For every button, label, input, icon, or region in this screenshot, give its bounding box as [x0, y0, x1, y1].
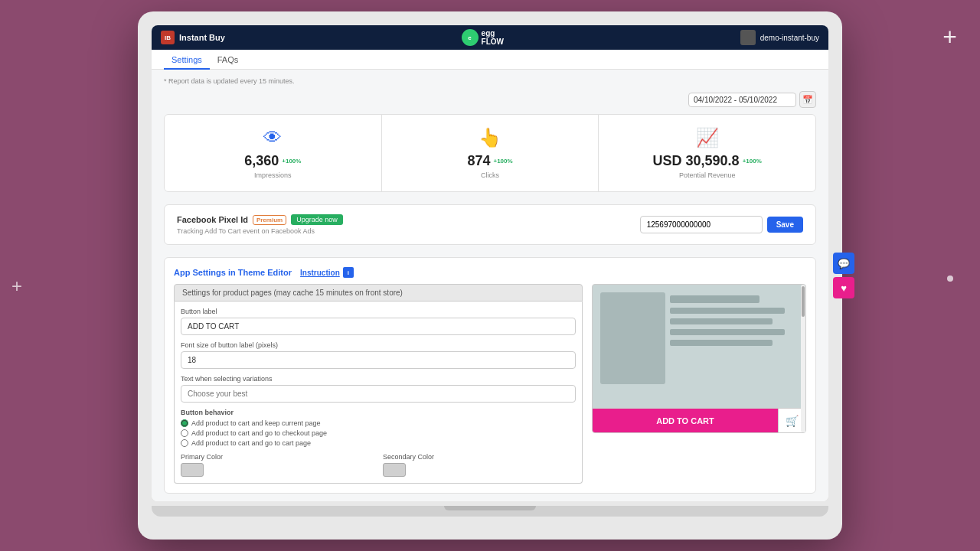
decorative-plus-left-icon: + — [11, 276, 22, 297]
preview-scroll-thumb — [802, 286, 805, 317]
font-size-group: Font size of button label (pixels) — [181, 341, 576, 369]
heart-float-button[interactable]: ♥ — [833, 277, 854, 298]
cart-icon: 🛒 — [786, 415, 799, 427]
preview-inner: ADD TO CART 🛒 — [593, 285, 805, 432]
fb-pixel-right: Save — [640, 216, 803, 233]
button-label-label: Button label — [181, 308, 576, 315]
radio-checkout[interactable]: Add product to cart and go to checkout p… — [181, 429, 576, 437]
radio-cart-page-input[interactable] — [181, 439, 188, 447]
laptop-base — [152, 506, 828, 517]
decorative-plus-icon: + — [942, 23, 957, 51]
preview-line-2 — [670, 308, 785, 314]
user-avatar — [740, 30, 756, 45]
stat-card-clicks: 👆 874 +100% Clicks — [382, 115, 599, 191]
impressions-label: Impressions — [174, 171, 372, 179]
impressions-icon: 👁 — [174, 127, 372, 148]
font-size-input[interactable] — [181, 351, 576, 369]
info-icon[interactable]: i — [343, 267, 354, 278]
tab-faqs[interactable]: FAQs — [210, 50, 247, 70]
radio-cart-page[interactable]: Add product to cart and go to cart page — [181, 439, 576, 447]
fb-pixel-description: Tracking Add To Cart event on Facebook A… — [177, 227, 343, 235]
primary-color-swatch[interactable] — [181, 463, 204, 477]
preview-line-4 — [670, 329, 785, 335]
button-label-group: Button label — [181, 308, 576, 335]
revenue-badge: +100% — [743, 158, 762, 165]
preview-line-3 — [670, 318, 773, 324]
preview-bottom-bar: ADD TO CART 🛒 — [593, 408, 805, 432]
instruction-link[interactable]: Instruction — [300, 269, 340, 277]
report-notice: * Report data is updated every 15 minute… — [164, 77, 816, 85]
date-range-row: 📅 — [164, 91, 816, 108]
primary-color-group: Primary Color — [181, 453, 374, 477]
floating-buttons: 💬 ♥ — [833, 253, 854, 298]
stat-card-revenue: 📈 USD 30,590.8 +100% Potential Revenue — [599, 115, 815, 191]
fb-pixel-id-input[interactable] — [640, 216, 763, 233]
variation-text-input[interactable] — [181, 385, 576, 403]
preview-add-to-cart-button[interactable]: ADD TO CART — [593, 409, 778, 432]
laptop-frame: IB Instant Buy e egg FLOW demo-instant-b… — [138, 11, 842, 540]
eggflow-logo: e egg FLOW — [462, 29, 504, 46]
variation-text-group: Text when selecting variations — [181, 375, 576, 403]
form-section: Button label Font size of button label (… — [174, 302, 583, 484]
main-content: * Report data is updated every 15 minute… — [152, 70, 828, 501]
egg-icon: e — [462, 29, 479, 46]
radio-checkout-input[interactable] — [181, 429, 188, 437]
primary-color-label: Primary Color — [181, 453, 374, 461]
topbar-right: demo-instant-buy — [740, 30, 819, 45]
clicks-label: Clicks — [391, 171, 590, 179]
upgrade-button[interactable]: Upgrade now — [291, 214, 343, 225]
topbar-center-logo: e egg FLOW — [462, 29, 504, 46]
preview-product-image — [600, 292, 665, 384]
colors-row: Primary Color Secondary Color — [181, 453, 576, 477]
fb-pixel-left: Facebook Pixel Id Premium Upgrade now Tr… — [177, 214, 343, 235]
button-behavior-group: Button behavior Add product to cart and … — [181, 409, 576, 447]
product-pages-header: Settings for product pages (may cache 15… — [174, 284, 583, 302]
radio-keep-page-input[interactable] — [181, 419, 188, 427]
radio-keep-page[interactable]: Add product to cart and keep current pag… — [181, 419, 576, 427]
instant-buy-icon: IB — [161, 31, 175, 44]
stats-row: 👁 6,360 +100% Impressions 👆 874 +100% Cl… — [164, 114, 816, 192]
impressions-value: 6,360 +100% — [174, 153, 372, 169]
settings-form: Settings for product pages (may cache 15… — [174, 284, 583, 484]
topbar-brand-label: Instant Buy — [179, 33, 225, 42]
variation-text-label: Text when selecting variations — [181, 375, 576, 383]
stat-card-impressions: 👁 6,360 +100% Impressions — [165, 115, 382, 191]
secondary-color-group: Secondary Color — [383, 453, 576, 477]
eggflow-text: egg FLOW — [482, 29, 504, 46]
topbar: IB Instant Buy e egg FLOW demo-instant-b… — [152, 25, 828, 50]
laptop-screen: IB Instant Buy e egg FLOW demo-instant-b… — [152, 25, 828, 501]
impressions-badge: +100% — [282, 158, 301, 165]
chat-float-button[interactable]: 💬 — [833, 253, 854, 274]
radio-group: Add product to cart and keep current pag… — [181, 419, 576, 447]
save-button[interactable]: Save — [767, 217, 803, 233]
secondary-color-label: Secondary Color — [383, 453, 576, 461]
preview-line-5 — [670, 340, 773, 346]
clicks-value: 874 +100% — [391, 153, 590, 169]
tabs-bar: Settings FAQs — [152, 50, 828, 70]
preview-scrollbar[interactable] — [801, 285, 805, 432]
app-settings-title: App Settings in Theme Editor Instruction… — [174, 267, 806, 278]
date-range-input[interactable] — [688, 93, 796, 107]
preview-area: ADD TO CART 🛒 — [592, 284, 806, 484]
premium-badge: Premium — [253, 215, 286, 225]
clicks-icon: 👆 — [391, 127, 590, 148]
settings-layout: Settings for product pages (may cache 15… — [174, 284, 806, 484]
font-size-label: Font size of button label (pixels) — [181, 341, 576, 349]
fb-pixel-title: Facebook Pixel Id Premium Upgrade now — [177, 214, 343, 225]
app-settings-section: App Settings in Theme Editor Instruction… — [164, 257, 816, 494]
preview-product-area — [593, 285, 805, 408]
revenue-value: USD 30,590.8 +100% — [608, 153, 806, 169]
calendar-button[interactable]: 📅 — [799, 91, 816, 108]
preview-line-1 — [670, 295, 760, 303]
fb-pixel-section: Facebook Pixel Id Premium Upgrade now Tr… — [164, 204, 816, 245]
preview-container: ADD TO CART 🛒 — [592, 284, 806, 433]
revenue-label: Potential Revenue — [608, 171, 806, 179]
button-label-input[interactable] — [181, 318, 576, 335]
clicks-badge: +100% — [493, 158, 512, 165]
revenue-icon: 📈 — [608, 127, 806, 148]
tab-settings[interactable]: Settings — [164, 50, 210, 70]
topbar-left: IB Instant Buy — [161, 31, 225, 44]
secondary-color-swatch[interactable] — [383, 463, 406, 477]
preview-product-details — [670, 292, 798, 400]
decorative-dot — [947, 276, 953, 282]
